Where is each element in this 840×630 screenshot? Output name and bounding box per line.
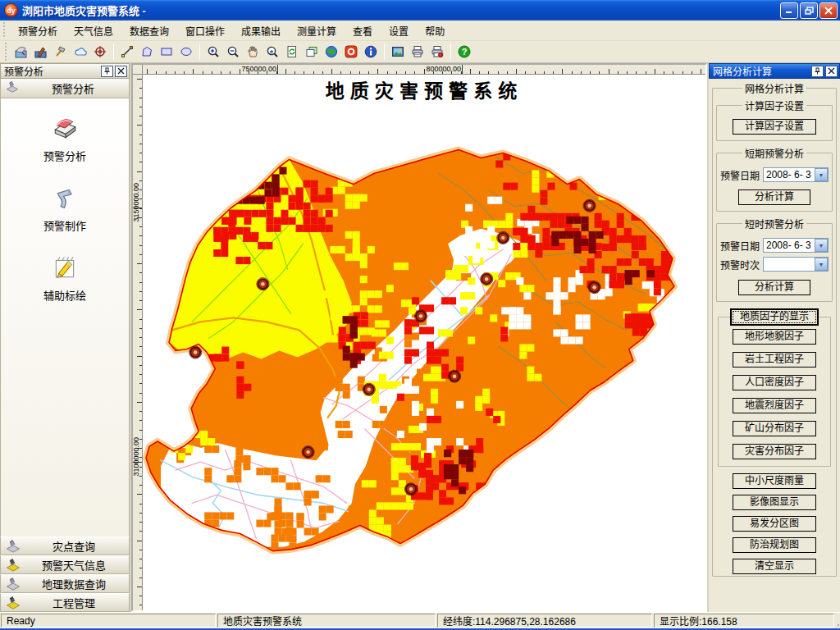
status-bar: Ready地质灾害预警系统经纬度:114.296875,28.162686显示比… bbox=[0, 612, 840, 628]
minimize-button[interactable] bbox=[780, 2, 798, 19]
stamp-yellow-icon bbox=[6, 558, 21, 573]
factor-button-group: 地形地貌因子岩土工程因子人口密度因子地震烈度因子矿山分布因子灾害分布因子 bbox=[718, 317, 831, 467]
left-panel: 预警分析 预警分析 预警分析预警制作辅助标绘 灾点查询预警天气信息地理数据查询工… bbox=[0, 63, 131, 612]
print-icon[interactable] bbox=[408, 42, 427, 62]
workspace: 预警分析 预警分析 预警分析预警制作辅助标绘 灾点查询预警天气信息地理数据查询工… bbox=[0, 63, 840, 612]
stop-icon[interactable] bbox=[341, 42, 361, 62]
close-button[interactable] bbox=[819, 2, 838, 19]
geo-factor-display-button[interactable]: 地质因子的显示 bbox=[730, 308, 819, 326]
stamp-icon bbox=[6, 539, 21, 554]
left-panel-bottom-item-2[interactable]: 预警天气信息 bbox=[0, 555, 130, 574]
layer-button-1[interactable]: 中小尺度雨量 bbox=[733, 473, 816, 489]
print-setup-icon[interactable] bbox=[427, 42, 447, 62]
chevron-down-icon[interactable]: ▼ bbox=[815, 168, 828, 181]
left-panel-item-3[interactable]: 辅助标绘 bbox=[1, 253, 129, 303]
stamp-icon bbox=[6, 80, 19, 96]
chevron-down-icon[interactable]: ▼ bbox=[815, 239, 828, 252]
line-tool-icon[interactable] bbox=[117, 42, 137, 62]
zoom-in-icon[interactable] bbox=[203, 42, 223, 62]
left-panel-title: 预警分析 bbox=[4, 64, 99, 78]
town-marker bbox=[257, 278, 269, 290]
app-logo-icon: dy bbox=[4, 3, 18, 17]
factor-button-1[interactable]: 地形地貌因子 bbox=[733, 329, 816, 345]
map-frame: 750000.00800000.00 3150000.003100000.00 … bbox=[131, 63, 707, 612]
menu-item-3[interactable]: 数据查询 bbox=[121, 21, 177, 40]
globe-icon[interactable] bbox=[322, 42, 341, 62]
town-marker bbox=[302, 446, 314, 459]
menu-item-4[interactable]: 窗口操作 bbox=[177, 21, 233, 40]
short-time-group: 短时预警分析 预警日期 2008- 6- 3 ▼ 预警时次 ▼ bbox=[716, 217, 833, 302]
short-time-analyze-button[interactable]: 分析计算 bbox=[738, 280, 810, 295]
ruler-y-label: 3150000.00 bbox=[133, 183, 140, 222]
warning-date-value: 2008- 6- 3 bbox=[764, 169, 815, 180]
window-title: 浏阳市地质灾害预警系统 - bbox=[22, 2, 778, 18]
menu-item-1[interactable]: 预警分析 bbox=[10, 21, 66, 40]
chevron-down-icon[interactable]: ▼ bbox=[815, 258, 828, 271]
menubar-grip[interactable] bbox=[2, 22, 8, 39]
cascade-windows-icon[interactable] bbox=[302, 42, 322, 62]
menu-item-7[interactable]: 查看 bbox=[345, 21, 381, 40]
left-panel-item-2[interactable]: 预警制作 bbox=[1, 183, 129, 233]
image-preview-icon[interactable] bbox=[388, 42, 408, 62]
help-icon[interactable]: ? bbox=[454, 42, 474, 62]
factor-button-5[interactable]: 矿山分布因子 bbox=[733, 421, 816, 436]
status-segment-1: Ready bbox=[1, 614, 216, 628]
toolbar-grip[interactable] bbox=[3, 43, 10, 61]
menu-item-6[interactable]: 测量计算 bbox=[289, 21, 345, 40]
warning-date-combo[interactable]: 2008- 6- 3 ▼ bbox=[763, 167, 829, 182]
zoom-extent-icon[interactable]: ± bbox=[262, 42, 282, 62]
book-icon bbox=[50, 113, 80, 143]
notepad-pencil-icon bbox=[50, 253, 80, 282]
ellipse-tool-icon[interactable] bbox=[176, 42, 196, 62]
hammer-icon[interactable] bbox=[51, 42, 71, 62]
pin-icon[interactable] bbox=[811, 66, 824, 77]
menu-bar: 预警分析天气信息数据查询窗口操作成果输出测量计算查看设置帮助 bbox=[0, 21, 840, 41]
right-panel-titlebar: 网格分析计算 bbox=[709, 63, 840, 79]
vertical-ruler: 3150000.003100000.00 bbox=[133, 75, 143, 610]
close-panel-icon[interactable] bbox=[115, 66, 127, 77]
factor-button-3[interactable]: 人口密度因子 bbox=[733, 375, 816, 390]
town-marker bbox=[588, 281, 600, 294]
menu-item-8[interactable]: 设置 bbox=[381, 21, 417, 40]
factor-button-6[interactable]: 灾害分布因子 bbox=[733, 444, 816, 459]
resize-grip-icon[interactable] bbox=[835, 613, 840, 628]
rectangle-tool-icon[interactable] bbox=[157, 42, 176, 62]
factor-button-2[interactable]: 岩土工程因子 bbox=[733, 352, 816, 368]
pan-hand-icon[interactable] bbox=[243, 42, 262, 62]
menu-item-5[interactable]: 成果输出 bbox=[233, 21, 289, 40]
left-panel-bottom-item-4[interactable]: 工程管理 bbox=[0, 593, 130, 612]
left-panel-bottom-item-3[interactable]: 地理数据查询 bbox=[0, 574, 130, 593]
target-icon[interactable] bbox=[90, 42, 110, 62]
weather-brush-icon[interactable] bbox=[31, 42, 51, 62]
polygon-tool-icon[interactable] bbox=[137, 42, 157, 62]
pin-icon[interactable] bbox=[101, 66, 113, 77]
left-panel-bottom-item-1[interactable]: 灾点查询 bbox=[0, 536, 130, 555]
zoom-out-icon[interactable] bbox=[223, 42, 243, 62]
layer-button-3[interactable]: 易发分区图 bbox=[733, 516, 816, 532]
left-panel-item-1[interactable]: 预警分析 bbox=[1, 113, 129, 163]
bottom-item-label: 地理数据查询 bbox=[24, 576, 124, 591]
right-panel-body: 网格分析计算 计算因子设置 计算因子设置 短期预警分析 预警日期 2008- 6… bbox=[709, 79, 840, 612]
warning-date-combo-2[interactable]: 2008- 6- 3 ▼ bbox=[763, 238, 829, 253]
satellite-map-icon[interactable] bbox=[11, 42, 31, 62]
warning-time-combo[interactable]: ▼ bbox=[763, 257, 829, 272]
close-panel-icon[interactable] bbox=[825, 66, 838, 77]
layer-button-5[interactable]: 清空显示 bbox=[733, 559, 816, 574]
short-term-analyze-button[interactable]: 分析计算 bbox=[738, 189, 810, 205]
cloud-icon[interactable] bbox=[71, 42, 90, 62]
info-icon[interactable] bbox=[361, 42, 381, 62]
warning-time-label: 预警时次 bbox=[720, 258, 760, 272]
map-canvas[interactable]: 地质灾害预警系统 bbox=[143, 75, 705, 610]
factor-button-4[interactable]: 地震烈度因子 bbox=[733, 398, 816, 413]
town-marker bbox=[363, 383, 375, 395]
menu-item-2[interactable]: 天气信息 bbox=[66, 21, 121, 40]
layer-button-4[interactable]: 防治规划图 bbox=[733, 537, 816, 553]
layer-button-2[interactable]: 影像图显示 bbox=[733, 495, 816, 510]
grid-analysis-group: 网格分析计算 计算因子设置 计算因子设置 短期预警分析 预警日期 2008- 6… bbox=[712, 81, 837, 577]
short-time-legend: 短时预警分析 bbox=[742, 217, 806, 231]
left-panel-section-header[interactable]: 预警分析 bbox=[0, 79, 130, 98]
calc-factor-button[interactable]: 计算因子设置 bbox=[733, 119, 816, 135]
refresh-page-icon[interactable] bbox=[282, 42, 302, 62]
menu-item-9[interactable]: 帮助 bbox=[417, 21, 453, 40]
restore-button[interactable] bbox=[800, 2, 818, 19]
